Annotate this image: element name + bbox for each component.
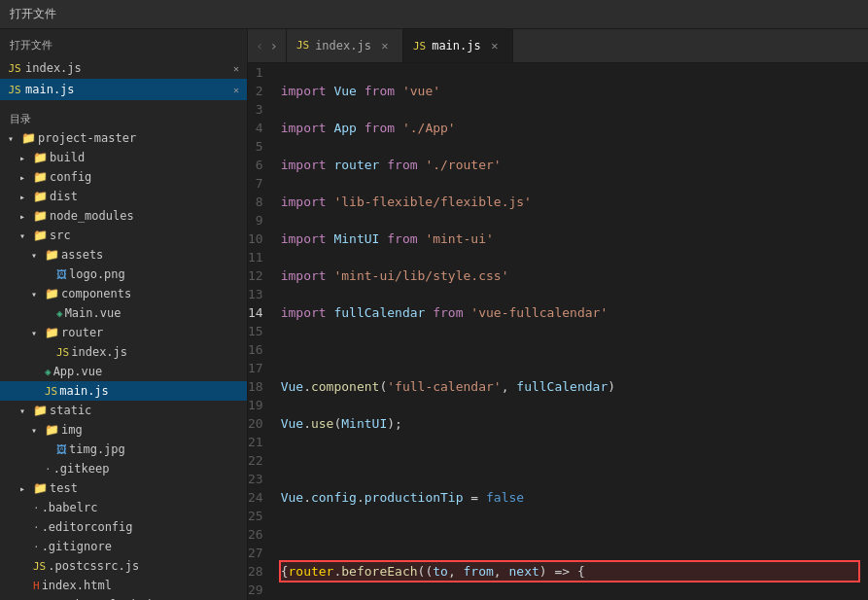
tree-label: router — [61, 326, 103, 339]
tree-main-js[interactable]: JS main.js — [0, 381, 247, 401]
tree-label: .postcssrc.js — [48, 559, 139, 573]
js-tab-icon: JS — [296, 39, 309, 52]
tree-router[interactable]: 📁 router — [0, 323, 247, 342]
file-icon-gitignore: · — [33, 541, 40, 553]
tree-main-vue[interactable]: ◈ Main.vue — [0, 303, 247, 323]
ln-19: 19 — [248, 396, 271, 414]
arrow-dist — [19, 192, 31, 202]
arrow-img — [31, 425, 43, 436]
tree-img[interactable]: 📁 img — [0, 420, 247, 440]
tree-config[interactable]: 📁 config — [0, 167, 247, 187]
ln-16: 16 — [248, 340, 271, 359]
file-icon-babelrc: · — [33, 502, 40, 514]
tree-label: index.html — [42, 579, 112, 592]
arrow-router — [31, 328, 43, 338]
line-numbers: 1 2 3 4 5 6 7 8 9 10 11 12 13 14 15 16 1… — [248, 63, 271, 600]
tab-main-js-label: main.js — [432, 39, 481, 53]
tree-test[interactable]: 📁 test — [0, 478, 247, 498]
code-line-10: Vue.use(MintUI); — [281, 414, 858, 433]
ln-27: 27 — [248, 544, 271, 562]
folder-icon-assets: 📁 — [45, 248, 59, 262]
tree-assets[interactable]: 📁 assets — [0, 245, 247, 265]
tree-label: .gitkeep — [53, 462, 110, 476]
tree-label: node_modules — [50, 209, 134, 223]
tree-label: build — [50, 151, 85, 164]
tree-editorconfig[interactable]: · .editorconfig — [0, 517, 247, 537]
folder-icon-test: 📁 — [33, 481, 48, 495]
tab-main-js[interactable]: JS main.js ✕ — [403, 29, 513, 62]
tree-gitkeep[interactable]: · .gitkeep — [0, 459, 247, 478]
tab-close-index[interactable]: ✕ — [377, 38, 393, 53]
tree-label: components — [61, 287, 131, 300]
tree-label: assets — [61, 248, 103, 262]
code-line-7: import fullCalendar from 'vue-fullcalend… — [281, 303, 858, 322]
ln-4: 4 — [248, 119, 271, 137]
tree-label: .babelrc — [42, 501, 98, 514]
tab-index-js[interactable]: JS index.js ✕ — [287, 29, 403, 62]
open-file-index[interactable]: JS index.js ✕ — [0, 57, 247, 79]
folder-icon-node: 📁 — [33, 209, 48, 223]
tree-postcssrc[interactable]: JS .postcssrc.js — [0, 556, 247, 576]
ln-17: 17 — [248, 359, 271, 377]
ln-28: 28 — [248, 562, 271, 581]
code-line-1: import Vue from 'vue' — [281, 82, 858, 100]
code-line-3: import router from './router' — [281, 156, 858, 174]
arrow-test — [19, 483, 31, 494]
open-file-main[interactable]: JS main.js ✕ — [0, 79, 247, 100]
folder-icon-static: 📁 — [33, 404, 48, 417]
ln-7: 7 — [248, 174, 271, 193]
tree-label: static — [50, 404, 91, 417]
arrow-assets — [31, 250, 43, 261]
tree-timg[interactable]: 🖼 timg.jpg — [0, 440, 247, 459]
close-icon-main[interactable]: ✕ — [233, 85, 239, 95]
folder-icon-src: 📁 — [33, 229, 48, 242]
code-content[interactable]: import Vue from 'vue' import App from '.… — [271, 63, 868, 600]
tree-label: App.vue — [53, 365, 103, 378]
ln-20: 20 — [248, 414, 271, 433]
ln-3: 3 — [248, 100, 271, 119]
ln-14: 14 — [248, 303, 271, 322]
tree-app-vue[interactable]: ◈ App.vue — [0, 362, 247, 381]
arrow-project — [8, 133, 19, 144]
code-editor[interactable]: 1 2 3 4 5 6 7 8 9 10 11 12 13 14 15 16 1… — [248, 63, 868, 600]
tree-index-html[interactable]: H index.html — [0, 576, 247, 595]
tree-node-modules[interactable]: 📁 node_modules — [0, 206, 247, 226]
code-line-13 — [281, 525, 858, 544]
arrow-components — [31, 289, 43, 300]
tree-dist[interactable]: 📁 dist — [0, 187, 247, 206]
tab-close-main[interactable]: ✕ — [487, 38, 503, 53]
tree-babelrc[interactable]: · .babelrc — [0, 498, 247, 517]
folder-icon-dist: 📁 — [33, 190, 48, 203]
tree-label: test — [50, 481, 78, 495]
tree-logo[interactable]: 🖼 logo.png — [0, 265, 247, 284]
tree-components[interactable]: 📁 components — [0, 284, 247, 303]
arrow-build — [19, 153, 31, 163]
ln-9: 9 — [248, 211, 271, 229]
img-icon-logo: 🖼 — [56, 268, 67, 281]
img-icon-timg: 🖼 — [56, 443, 67, 456]
tree-label: .gitignore — [42, 540, 112, 553]
js-icon-main: JS — [8, 84, 21, 96]
tree-src[interactable]: 📁 src — [0, 226, 247, 245]
tree-label: Main.vue — [65, 306, 122, 320]
tree-label: dist — [50, 190, 78, 203]
tab-index-js-label: index.js — [315, 39, 371, 53]
tree-project-master[interactable]: 📁 project-master — [0, 128, 247, 148]
top-bar-title: 打开文件 — [10, 6, 56, 22]
tree-gitignore[interactable]: · .gitignore — [0, 537, 247, 556]
js-icon-postcssrc: JS — [33, 560, 46, 573]
close-icon[interactable]: ✕ — [233, 63, 239, 74]
tree-build[interactable]: 📁 build — [0, 148, 247, 167]
code-line-4: import 'lib-flexible/flexible.js' — [281, 193, 858, 211]
tree-package-lock[interactable]: { } package-lock.json — [0, 595, 247, 600]
tree-router-index[interactable]: JS index.js — [0, 342, 247, 362]
arrow-src — [19, 230, 31, 241]
ln-25: 25 — [248, 507, 271, 525]
nav-back[interactable]: ‹ — [254, 38, 265, 53]
tree-static[interactable]: 📁 static — [0, 401, 247, 420]
ln-21: 21 — [248, 433, 271, 451]
code-line-11 — [281, 451, 858, 470]
nav-forward[interactable]: › — [267, 38, 279, 53]
ln-1: 1 — [248, 63, 271, 82]
ln-18: 18 — [248, 377, 271, 396]
